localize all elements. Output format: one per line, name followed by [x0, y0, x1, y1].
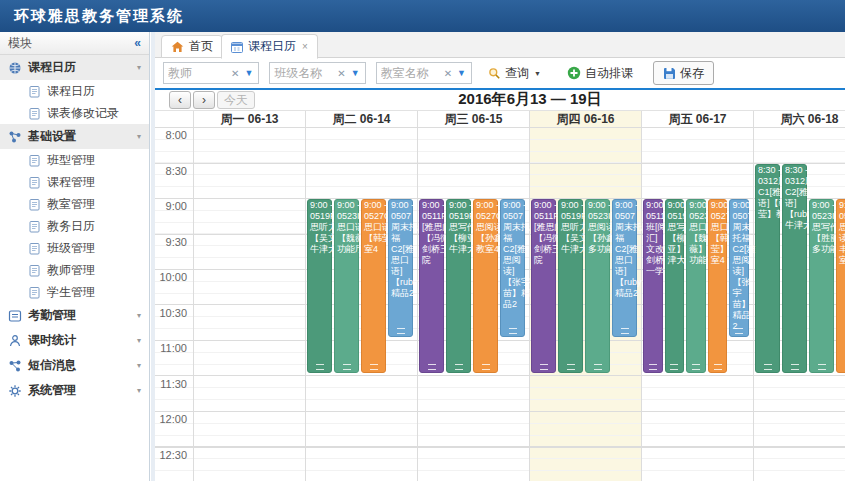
event-text-line: 【孙鑫 [474, 233, 497, 244]
sidebar-group-label: 基础设置 [28, 128, 76, 145]
event-text-line: 【胜丽 [810, 233, 833, 244]
time-label: 11:30 [155, 378, 187, 390]
schedule-event[interactable]: 9:000511班[阅汇]【文改】剑桥三一学 [643, 199, 663, 373]
search-menu-caret-icon[interactable]: ▼ [534, 70, 541, 77]
form-icon [8, 309, 22, 323]
sidebar-item[interactable]: 教师管理 [0, 259, 149, 281]
sidebar-collapse-icon[interactable]: « [134, 32, 141, 54]
event-text-line: 【柳亚 [447, 233, 470, 244]
teacher-input[interactable] [164, 64, 228, 82]
schedule-event[interactable]: 8:30 - 11:0312周末C2[雅思口语]【ruby牛津大 [782, 164, 807, 373]
event-text-line: 苗】 [730, 299, 748, 310]
group-caret-icon[interactable]: ▾ [137, 132, 141, 141]
group-caret-icon[interactable]: ▾ [137, 336, 141, 345]
event-text-line: 【冯微 [420, 233, 443, 244]
event-text-line: 牛津大 [308, 244, 331, 255]
doc-icon [28, 220, 41, 233]
schedule-event[interactable]: 9:00 -0527C思阅读]【孙鑫教室4 [473, 199, 498, 373]
time-label: 12:00 [155, 413, 187, 425]
sidebar-group-label: 系统管理 [28, 382, 76, 399]
event-text-line: 语]【韩 [756, 198, 779, 209]
close-icon[interactable]: × [302, 41, 308, 52]
sidebar-group-4[interactable]: 短信消息▾ [0, 353, 149, 378]
sidebar-group-0[interactable]: 课程日历▾ [0, 55, 149, 80]
event-text-line: 0511F [532, 211, 555, 222]
group-caret-icon[interactable]: ▾ [137, 63, 141, 72]
event-text-line: 0511F [420, 211, 443, 222]
clear-icon[interactable]: ✕ [441, 68, 455, 79]
schedule-event[interactable]: 9:00 -0519F思听力]【吴文牛津大 [307, 199, 332, 373]
schedule-event[interactable]: 9:00 -0523I[思口语]【魏薇功能厅 [334, 199, 359, 373]
search-button[interactable]: 查询 ▼ [482, 64, 547, 83]
sidebar-item[interactable]: 班级管理 [0, 237, 149, 259]
event-text-line: 0523I[ [586, 211, 609, 222]
event-text-line: 亚】牛 [666, 244, 684, 255]
event-text-line: 【柳 [666, 233, 684, 244]
schedule-event[interactable]: 9:00 -0523I[思写作]【胜丽多功能 [809, 199, 834, 373]
group-caret-icon[interactable]: ▾ [137, 361, 141, 370]
chevron-down-icon[interactable]: ▼ [455, 68, 471, 78]
schedule-event[interactable]: 9:000519思写作【柳亚】牛津大学 [665, 199, 685, 373]
app-title: 环球雅思教务管理系统 [0, 0, 845, 32]
sidebar-item-label: 教务日历 [47, 218, 95, 235]
event-text-line: 0519F [308, 211, 331, 222]
clear-icon[interactable]: ✕ [228, 68, 242, 79]
event-text-line: 丰】 [837, 244, 845, 255]
auto-schedule-button[interactable]: 自动排课 [561, 64, 639, 83]
chevron-down-icon[interactable]: ▼ [349, 68, 365, 78]
sidebar-item-label: 教师管理 [47, 262, 95, 279]
event-text-line: [雅思阅 [420, 222, 443, 233]
sidebar-item[interactable]: 班型管理 [0, 149, 149, 171]
search-icon [488, 67, 501, 80]
sidebar-group-3[interactable]: 课时统计▾ [0, 328, 149, 353]
schedule-event[interactable]: 9:00 -0507周末托福C2[雅思阅读]【张宇苗】精品2 [500, 199, 525, 337]
calendar-week-title: 2016年6月13 — 19日 [155, 90, 845, 109]
schedule-event[interactable]: 9:005思读]【丰】室 [836, 199, 845, 373]
event-text-line: 【魏薇 [335, 233, 358, 244]
schedule-event[interactable]: 9:000523思口语【魏薇】多功能厅 [686, 199, 706, 373]
sidebar-group-1[interactable]: 基础设置▾ [0, 124, 149, 149]
room-combobox: ✕ ▼ [376, 62, 472, 84]
sidebar: 模块 « 课程日历▾课程日历课表修改记录基础设置▾班型管理课程管理教室管理教务日… [0, 32, 150, 481]
sidebar-item[interactable]: 课程日历 [0, 80, 149, 102]
group-caret-icon[interactable]: ▾ [137, 386, 141, 395]
schedule-event[interactable]: 8:30 -0312周C1[雅思语]【韩莹】教 [755, 164, 780, 373]
schedule-event[interactable]: 9:00 -0527C思口语]【韩莹室4 [361, 199, 386, 373]
event-text-line: 读] [501, 266, 524, 277]
event-text-line: 【韩莹 [362, 233, 385, 244]
sidebar-item[interactable]: 教室管理 [0, 193, 149, 215]
event-text-line: 【ruby [389, 277, 412, 288]
schedule-event[interactable]: 9:00 -0519F思听力]【吴文牛津大 [558, 199, 583, 373]
class-input[interactable] [270, 64, 334, 82]
sidebar-item[interactable]: 教务日历 [0, 215, 149, 237]
schedule-event[interactable]: 9:00 -0511F[雅思阅【冯微剑桥三-院 [531, 199, 556, 373]
event-text-line: 05 [837, 211, 845, 222]
schedule-event[interactable]: 9:000527思口语【韩莹】教室4 [708, 199, 728, 373]
room-input[interactable] [377, 64, 441, 82]
event-text-line: 0312周末 [783, 176, 806, 187]
tab-home[interactable]: 首页 [161, 35, 223, 58]
sidebar-group-2[interactable]: 考勤管理▾ [0, 303, 149, 328]
sidebar-item[interactable]: 课表修改记录 [0, 102, 149, 124]
event-text-line: 精品 [730, 310, 748, 321]
event-text-line: 【张 [730, 277, 748, 288]
group-caret-icon[interactable]: ▾ [137, 311, 141, 320]
schedule-event[interactable]: 9:00 -0507周末托福C2[雅思口语]【ruby精品2 [388, 199, 413, 337]
time-label: 10:30 [155, 307, 187, 319]
tab-course-calendar[interactable]: 课程日历× [221, 34, 318, 59]
schedule-event[interactable]: 9:000507周末托福C2[雅思阅读]【张宇苗】精品2 [729, 199, 749, 337]
event-text-line: 思口 [389, 255, 412, 266]
schedule-event[interactable]: 9:00 -0523I[思阅读]【孙鑫多功能 [585, 199, 610, 373]
schedule-event[interactable]: 9:00 -0519F思写作]【柳亚牛津大 [446, 199, 471, 373]
sidebar-group-5[interactable]: 系统管理▾ [0, 378, 149, 403]
schedule-event[interactable]: 9:00 -0507周末托福C2[雅思口语]【ruby精品2 [612, 199, 637, 337]
save-button[interactable]: 保存 [653, 61, 714, 85]
sidebar-item[interactable]: 学生管理 [0, 281, 149, 303]
event-text-line: 9:00 [666, 200, 684, 211]
sidebar-item[interactable]: 课程管理 [0, 171, 149, 193]
clear-icon[interactable]: ✕ [334, 68, 348, 79]
schedule-event[interactable]: 9:00 -0511F[雅思阅【冯微剑桥三-院 [419, 199, 444, 373]
event-text-line: 0507 [730, 211, 748, 222]
chevron-down-icon[interactable]: ▼ [242, 68, 258, 78]
event-text-line: 9:00 - [389, 200, 412, 211]
